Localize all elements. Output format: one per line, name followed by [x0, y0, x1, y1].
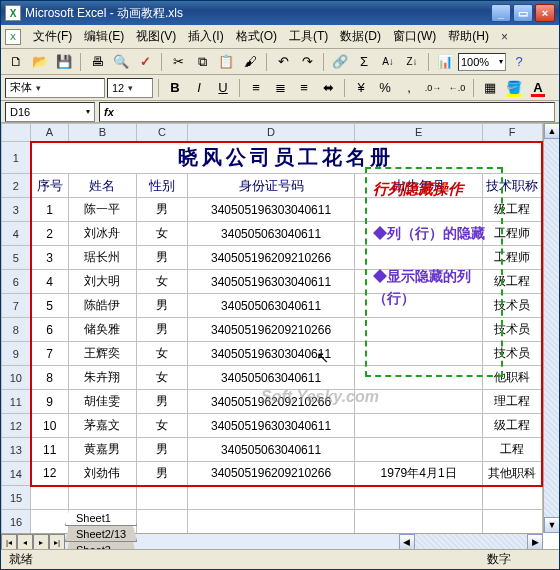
sum-icon[interactable]: Σ	[353, 51, 375, 73]
sort-asc-icon[interactable]: A↓	[377, 51, 399, 73]
data-cell[interactable]: 男	[137, 294, 188, 318]
data-cell[interactable]	[355, 390, 482, 414]
data-cell[interactable]: 340505196303040611	[187, 198, 355, 222]
data-cell[interactable]: 其他职科	[482, 462, 542, 486]
data-cell[interactable]: 6	[31, 318, 68, 342]
data-cell[interactable]: 级工程	[482, 270, 542, 294]
header-cell[interactable]: 性别	[137, 174, 188, 198]
scroll-up-icon[interactable]: ▲	[544, 123, 559, 139]
row-header[interactable]: 15	[2, 486, 31, 510]
data-cell[interactable]: 女	[137, 342, 188, 366]
menu-item[interactable]: 窗口(W)	[387, 26, 442, 47]
data-cell[interactable]: 340505063040611	[187, 222, 355, 246]
font-name-combo[interactable]: 宋体▾	[5, 78, 105, 98]
empty-cell[interactable]	[355, 486, 482, 510]
row-header[interactable]: 2	[2, 174, 31, 198]
data-cell[interactable]: 刘劲伟	[68, 462, 136, 486]
undo-icon[interactable]: ↶	[272, 51, 294, 73]
vertical-scrollbar[interactable]: ▲ ▼	[543, 123, 559, 533]
zoom-combo[interactable]: 100%▾	[458, 53, 506, 71]
data-cell[interactable]	[355, 222, 482, 246]
header-cell[interactable]: 技术职称	[482, 174, 542, 198]
formula-input[interactable]: fx	[99, 102, 555, 122]
data-cell[interactable]	[355, 198, 482, 222]
data-cell[interactable]: 黄嘉男	[68, 438, 136, 462]
tab-last-icon[interactable]: ▸|	[49, 534, 65, 549]
sheet-tab[interactable]: Sheet1	[65, 510, 137, 526]
menu-item[interactable]: 数据(D)	[334, 26, 387, 47]
link-icon[interactable]: 🔗	[329, 51, 351, 73]
format-painter-icon[interactable]: 🖌	[239, 51, 261, 73]
data-cell[interactable]: 男	[137, 318, 188, 342]
spell-icon[interactable]: ✓	[134, 51, 156, 73]
row-header[interactable]: 9	[2, 342, 31, 366]
data-cell[interactable]: 男	[137, 198, 188, 222]
data-cell[interactable]: 340505063040611	[187, 294, 355, 318]
header-cell[interactable]: 姓名	[68, 174, 136, 198]
row-header[interactable]: 13	[2, 438, 31, 462]
empty-cell[interactable]	[482, 486, 542, 510]
tab-prev-icon[interactable]: ◂	[17, 534, 33, 549]
data-cell[interactable]	[355, 342, 482, 366]
data-cell[interactable]: 340505196303040611	[187, 414, 355, 438]
data-cell[interactable]	[355, 414, 482, 438]
data-cell[interactable]: 刘冰舟	[68, 222, 136, 246]
fx-icon[interactable]: fx	[104, 106, 114, 118]
doc-icon[interactable]: X	[5, 29, 21, 45]
data-cell[interactable]: 10	[31, 414, 68, 438]
data-cell[interactable]: 1	[31, 198, 68, 222]
data-cell[interactable]: 朱卉翔	[68, 366, 136, 390]
data-cell[interactable]	[355, 270, 482, 294]
increase-decimal-icon[interactable]: .0→	[422, 77, 444, 99]
empty-cell[interactable]	[187, 486, 355, 510]
sheet-tab[interactable]: Sheet2/13	[65, 526, 137, 542]
header-cell[interactable]: 序号	[31, 174, 68, 198]
data-cell[interactable]: 胡佳雯	[68, 390, 136, 414]
col-header[interactable]: C	[137, 124, 188, 142]
currency-icon[interactable]: ¥	[350, 77, 372, 99]
tab-next-icon[interactable]: ▸	[33, 534, 49, 549]
font-color-icon[interactable]: A	[527, 77, 549, 99]
menu-item[interactable]: 格式(O)	[230, 26, 283, 47]
empty-cell[interactable]	[187, 510, 355, 534]
sort-desc-icon[interactable]: Z↓	[401, 51, 423, 73]
row-header[interactable]: 8	[2, 318, 31, 342]
row-header[interactable]: 7	[2, 294, 31, 318]
col-header[interactable]: D	[187, 124, 355, 142]
data-cell[interactable]: 5	[31, 294, 68, 318]
font-size-combo[interactable]: 12▾	[107, 78, 153, 98]
data-cell[interactable]: 级工程	[482, 198, 542, 222]
menu-close-icon[interactable]: ×	[497, 30, 512, 44]
empty-cell[interactable]	[137, 486, 188, 510]
sheet-tab[interactable]: Sheet3	[65, 542, 137, 549]
menu-item[interactable]: 文件(F)	[27, 26, 78, 47]
data-cell[interactable]: 技术员	[482, 294, 542, 318]
save-icon[interactable]: 💾	[53, 51, 75, 73]
header-cell[interactable]: 出生年月	[355, 174, 482, 198]
menu-item[interactable]: 工具(T)	[283, 26, 334, 47]
data-cell[interactable]: 2	[31, 222, 68, 246]
col-header[interactable]: B	[68, 124, 136, 142]
copy-icon[interactable]: ⧉	[191, 51, 213, 73]
open-icon[interactable]: 📂	[29, 51, 51, 73]
new-icon[interactable]: 🗋	[5, 51, 27, 73]
data-cell[interactable]	[355, 366, 482, 390]
scroll-right-icon[interactable]: ▶	[527, 534, 543, 549]
row-header[interactable]: 10	[2, 366, 31, 390]
col-header[interactable]: E	[355, 124, 482, 142]
row-header[interactable]: 3	[2, 198, 31, 222]
data-cell[interactable]: 级工程	[482, 414, 542, 438]
scroll-left-icon[interactable]: ◀	[399, 534, 415, 549]
data-cell[interactable]: 1979年4月1日	[355, 462, 482, 486]
merge-cells-icon[interactable]: ⬌	[317, 77, 339, 99]
italic-icon[interactable]: I	[188, 77, 210, 99]
data-cell[interactable]: 女	[137, 222, 188, 246]
cut-icon[interactable]: ✂	[167, 51, 189, 73]
data-cell[interactable]: 男	[137, 462, 188, 486]
align-center-icon[interactable]: ≣	[269, 77, 291, 99]
align-left-icon[interactable]: ≡	[245, 77, 267, 99]
data-cell[interactable]: 340505196209210266	[187, 318, 355, 342]
maximize-button[interactable]: ▭	[513, 4, 533, 22]
data-cell[interactable]: 340505196303040611	[187, 270, 355, 294]
data-cell[interactable]: 女	[137, 366, 188, 390]
